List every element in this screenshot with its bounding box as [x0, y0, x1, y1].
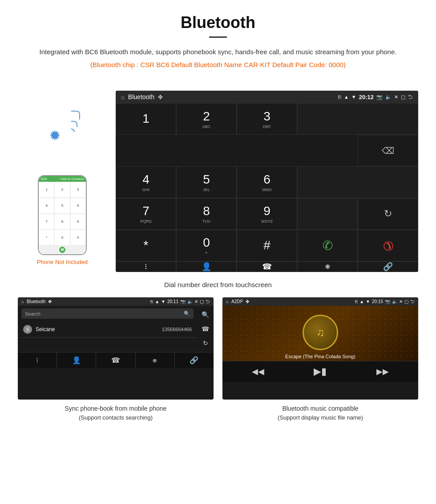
pb-contact-name: Seicane — [36, 326, 162, 332]
usb-icon: ✤ — [158, 94, 163, 100]
pb-loc-icon: ▲ — [155, 299, 159, 304]
pb-search-icon[interactable]: 🔍 — [184, 311, 190, 316]
dial-call-green[interactable]: ✆ — [297, 230, 358, 261]
dial-call-red[interactable]: ✆ — [358, 230, 418, 261]
phonebook-card: ⌂ Bluetooth ✤ ⎘ ▲ ▼ 20:11 📷 🔈 ✕ ▢ ⮌ — [18, 297, 214, 422]
music-status-right: ⎘ ▲ ▼ 20:15 📷 🔈 ✕ ▢ ⮌ — [355, 299, 415, 304]
phone-image-container: ✹ M20 + Add to Contacts 1 2 3 4 5 — [18, 108, 107, 265]
phone-bottom-bar: ☎ — [39, 245, 86, 254]
dial-tool-link[interactable]: 🔗 — [358, 261, 418, 272]
music-sig-icon: ▼ — [366, 299, 370, 304]
back-icon[interactable]: ⮌ — [408, 94, 413, 100]
music-next-icon[interactable]: ▶▶ — [376, 367, 389, 376]
dial-key-7[interactable]: 7PQRS — [116, 198, 176, 230]
phone-key-3: 3 — [70, 182, 86, 198]
pb-status-right: ⎘ ▲ ▼ 20:11 📷 🔈 ✕ ▢ ⮌ — [150, 299, 210, 304]
music-prev-icon[interactable]: ◀◀ — [252, 367, 264, 376]
dial-key-9[interactable]: 9WXYZ — [237, 198, 297, 230]
pb-vol-icon[interactable]: 🔈 — [187, 299, 193, 304]
pb-cam-icon[interactable]: 📷 — [180, 299, 186, 304]
home-icon[interactable]: ⌂ — [121, 94, 125, 100]
music-status-bar: ⌂ A2DP ✤ ⎘ ▲ ▼ 20:15 📷 🔈 ✕ ▢ ⮌ — [222, 297, 418, 306]
pb-tool-contacts[interactable]: 👤 — [57, 352, 96, 368]
close-icon[interactable]: ✕ — [394, 94, 398, 100]
dial-display-empty-2 — [297, 166, 418, 198]
phone-key-8: 8 — [54, 214, 70, 230]
pb-right-refresh[interactable]: ↻ — [197, 336, 214, 350]
dial-caption: Dial number direct from touchscreen — [0, 281, 436, 288]
music-x-icon[interactable]: ✕ — [399, 299, 403, 304]
dial-tool-phone[interactable]: ☎ — [237, 261, 297, 272]
dial-key-3[interactable]: 3DEF — [237, 103, 297, 135]
dial-backspace[interactable]: ⌫ — [358, 135, 418, 166]
pb-sig-icon: ▼ — [161, 299, 166, 304]
dial-key-8[interactable]: 8TUV — [176, 198, 237, 230]
phone-key-6: 6 — [70, 198, 86, 214]
dial-key-4[interactable]: 4GHI — [116, 166, 176, 198]
bluetooth-status-icon: ⎘ — [338, 94, 341, 100]
music-screen: ⌂ A2DP ✤ ⎘ ▲ ▼ 20:15 📷 🔈 ✕ ▢ ⮌ — [222, 297, 418, 400]
pb-tool-bluetooth[interactable]: ⎈ — [136, 352, 175, 368]
music-cam-icon[interactable]: 📷 — [385, 299, 390, 304]
music-card: ⌂ A2DP ✤ ⎘ ▲ ▼ 20:15 📷 🔈 ✕ ▢ ⮌ — [222, 297, 418, 422]
pb-search-placeholder: Search — [25, 311, 40, 316]
dial-status-bar: ⌂ Bluetooth ✤ ⎘ ▲ ▼ 20:12 📷 🔈 ✕ ▢ ⮌ — [116, 91, 418, 103]
dial-key-0[interactable]: 0+ — [176, 230, 237, 261]
window-icon[interactable]: ▢ — [401, 94, 405, 100]
dial-redial[interactable]: ↻ — [358, 198, 418, 230]
status-time: 20:12 — [359, 94, 374, 100]
pb-right-call[interactable]: ☎ — [197, 322, 214, 336]
dial-tool-bluetooth[interactable]: ⎈ — [297, 261, 358, 272]
phonebook-screen: ⌂ Bluetooth ✤ ⎘ ▲ ▼ 20:11 📷 🔈 ✕ ▢ ⮌ — [18, 297, 214, 400]
pb-contact-row[interactable]: S Seicane 13566664466 — [18, 321, 197, 338]
dial-key-1[interactable]: 1 — [116, 103, 176, 135]
phone-key-7: 7 — [39, 214, 54, 230]
pb-contact-avatar: S — [23, 325, 32, 334]
music-home-icon[interactable]: ⌂ — [226, 299, 229, 304]
title-divider — [209, 36, 227, 38]
pb-screen-title: Bluetooth — [27, 299, 45, 304]
music-bg: ♫ Escape (The Pina Colada Song) — [222, 306, 418, 361]
phone-key-4: 4 — [39, 198, 54, 214]
phone-key-1: 1 — [39, 182, 54, 198]
pb-search-bar[interactable]: Search 🔍 — [21, 308, 194, 319]
dial-key-5[interactable]: 5JKL — [176, 166, 237, 198]
pb-back-icon[interactable]: ⮌ — [206, 299, 210, 304]
pb-right-search[interactable]: 🔍 — [197, 308, 214, 322]
bluetooth-main-icon: ✹ — [49, 127, 61, 144]
dial-key-2[interactable]: 2ABC — [176, 103, 237, 135]
dial-display-empty-1 — [297, 103, 418, 135]
pb-tool-phone[interactable]: ☎ — [96, 352, 135, 368]
pb-list: Search 🔍 S Seicane 13566664466 — [18, 306, 197, 352]
page-header: Bluetooth Integrated with BC6 Bluetooth … — [0, 0, 436, 86]
pb-x-icon[interactable]: ✕ — [194, 299, 198, 304]
dial-key-hash[interactable]: # — [237, 230, 297, 261]
music-back-icon[interactable]: ⮌ — [410, 299, 415, 304]
music-win-icon[interactable]: ▢ — [404, 299, 408, 304]
phone-call-btn: ☎ — [59, 247, 65, 253]
pb-home-icon[interactable]: ⌂ — [21, 299, 24, 304]
dial-tool-contacts[interactable]: 👤 — [176, 261, 237, 272]
pb-usb-icon: ✤ — [48, 299, 52, 304]
phone-key-0: 0 — [54, 229, 70, 245]
pb-content-row: Search 🔍 S Seicane 13566664466 🔍 ☎ ↻ — [18, 306, 214, 352]
camera-icon[interactable]: 📷 — [376, 94, 383, 100]
dial-tool-keypad[interactable]: ⁝ — [116, 261, 176, 272]
signal-icon: ▼ — [351, 94, 356, 100]
music-note-icon: ♫ — [316, 326, 324, 339]
bluetooth-specs: (Bluetooth chip : CSR BC6 Default Blueto… — [27, 61, 409, 68]
pb-contact-number: 13566664466 — [162, 327, 192, 332]
pb-win-icon[interactable]: ▢ — [200, 299, 204, 304]
music-play-pause-icon[interactable]: ▶▮ — [314, 366, 327, 377]
pb-tool-keypad[interactable]: ⁝ — [18, 352, 57, 368]
phone-keypad: 1 2 3 4 5 6 7 8 9 * 0 # — [39, 182, 86, 245]
phone-key-2: 2 — [54, 182, 70, 198]
music-vol-icon[interactable]: 🔈 — [392, 299, 397, 304]
dial-key-6[interactable]: 6MNO — [237, 166, 297, 198]
volume-icon[interactable]: 🔈 — [385, 94, 392, 100]
dial-key-star[interactable]: * — [116, 230, 176, 261]
dial-status-left: ⌂ Bluetooth ✤ — [121, 93, 163, 100]
phone-not-included-label: Phone Not Included — [37, 259, 88, 265]
bt-wave-small — [71, 128, 75, 132]
pb-tool-link[interactable]: 🔗 — [175, 352, 214, 368]
